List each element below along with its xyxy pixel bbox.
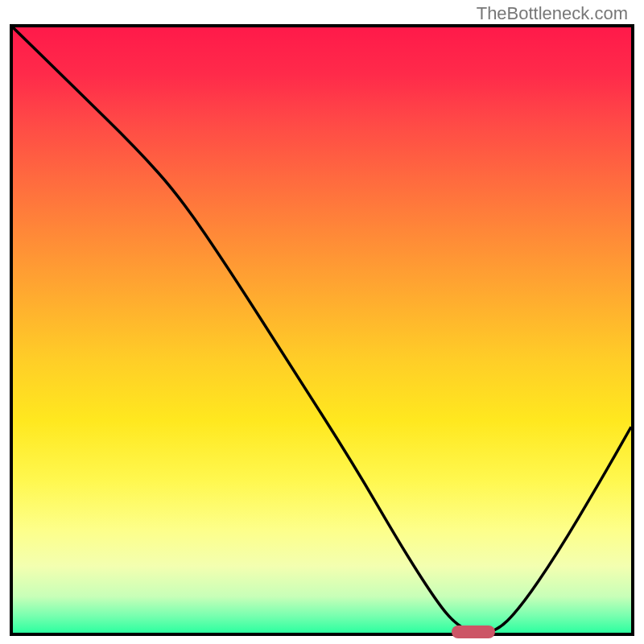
- minimum-marker: [452, 625, 495, 638]
- watermark-text: TheBottleneck.com: [477, 3, 628, 24]
- chart-curve: [13, 27, 631, 633]
